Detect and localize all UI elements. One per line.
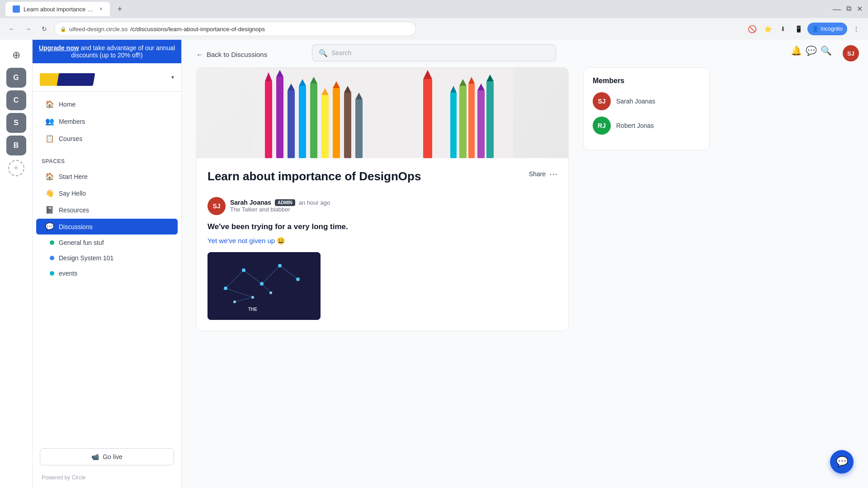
camera-off-icon[interactable]: 🚫 xyxy=(746,23,759,35)
svg-rect-28 xyxy=(477,90,485,158)
address-path: /c/discussions/learn-about-importance-of… xyxy=(130,26,265,33)
sidebar-item-discussions[interactable]: 💬 Discussions xyxy=(36,219,178,235)
window-close-button[interactable]: ✕ xyxy=(857,5,863,14)
video-icon: 📹 xyxy=(91,453,99,460)
resources-icon: 📓 xyxy=(45,206,54,214)
go-live-button[interactable]: 📹 Go live xyxy=(40,448,174,465)
members-card: Members SJ Sarah Joanas RJ Robert Jonas xyxy=(583,67,710,150)
forward-button[interactable]: → xyxy=(22,23,34,35)
discussion-header-image xyxy=(197,68,568,158)
sidebar-logo xyxy=(40,69,99,86)
incognito-button[interactable]: 👤 Incognito xyxy=(807,23,847,35)
sidebar-header: ▾ xyxy=(33,63,181,92)
window-restore-button[interactable]: ⧉ xyxy=(846,5,851,14)
sidebar-item-say-hello-label: Say Hello xyxy=(59,190,86,197)
sidebar-item-say-hello[interactable]: 👋 Say Hello xyxy=(36,185,178,201)
discussion-container: Learn about importance of DesignOps Shar… xyxy=(196,67,710,331)
pencil-svg xyxy=(197,68,568,158)
spaces-header: Spaces xyxy=(33,155,181,168)
post-title: Learn about importance of DesignOps xyxy=(208,169,421,184)
powered-by: Powered by Circle xyxy=(33,471,181,488)
search-circle-icon[interactable]: 🔍 xyxy=(821,45,832,56)
go-live-label: Go live xyxy=(103,453,123,460)
subspace-design-system-label: Design System 101 xyxy=(59,254,113,262)
chat-fab-button[interactable]: 💬 xyxy=(830,450,854,474)
svg-rect-24 xyxy=(459,86,467,158)
author-title: The Talker and blabber xyxy=(230,206,330,213)
bookmark-icon[interactable]: ⭐ xyxy=(761,23,774,35)
address-bar[interactable]: 🔒 uifeed-design.circle.so /c/discussions… xyxy=(54,22,416,36)
svg-rect-18 xyxy=(355,99,363,158)
chat-icon: 💬 xyxy=(836,456,848,468)
sidebar-item-courses[interactable]: 📋 Courses xyxy=(36,130,178,147)
tab-title: Learn about importance of Desig... xyxy=(24,6,96,13)
svg-rect-6 xyxy=(288,90,295,158)
members-sidebar: Members SJ Sarah Joanas RJ Robert Jonas xyxy=(583,67,710,331)
header-actions: 🔔 💬 🔍 xyxy=(791,45,832,56)
notification-bell-icon[interactable]: 🔔 xyxy=(791,45,802,56)
member-avatar-sj: SJ xyxy=(593,92,611,110)
share-button[interactable]: Share xyxy=(529,170,546,178)
browser-tab[interactable]: Learn about importance of Desig... × xyxy=(5,2,110,16)
svg-text:THE: THE xyxy=(248,307,257,312)
member-item-robert: RJ Robert Jonas xyxy=(593,117,700,135)
user-avatar-button[interactable]: SJ xyxy=(843,45,859,61)
chat-bubble-icon[interactable]: 💬 xyxy=(806,45,817,56)
add-workspace-button[interactable]: + xyxy=(8,160,24,176)
svg-rect-2 xyxy=(265,81,272,158)
members-icon: 👥 xyxy=(45,117,54,126)
dot-green-icon xyxy=(50,240,54,245)
search-icon: 🔍 xyxy=(319,49,328,57)
window-minimize-button[interactable]: — xyxy=(833,5,841,14)
subspace-general[interactable]: General fun stuf xyxy=(36,235,178,250)
chevron-down-icon[interactable]: ▾ xyxy=(171,74,174,80)
workspace-g[interactable]: G xyxy=(6,68,26,88)
sidebar-item-resources[interactable]: 📓 Resources xyxy=(36,202,178,218)
back-button[interactable]: ← xyxy=(5,23,18,35)
discussion-card: Learn about importance of DesignOps Shar… xyxy=(196,67,569,331)
main-content: ← Back to Discussions xyxy=(182,40,868,488)
upgrade-link[interactable]: Upgrade now xyxy=(39,44,79,52)
more-options-button[interactable]: ⋮ xyxy=(850,23,863,35)
subspace-events-label: events xyxy=(59,270,77,277)
post-body-text: We've been trying for a very long time. xyxy=(208,222,557,231)
refresh-button[interactable]: ↻ xyxy=(38,23,51,35)
courses-icon: 📋 xyxy=(45,134,54,143)
sidebar-item-resources-label: Resources xyxy=(59,206,89,214)
svg-rect-16 xyxy=(344,93,351,158)
share-row: Share ⋯ xyxy=(529,169,557,179)
icon-rail: ⊕ G C S B + xyxy=(0,40,33,488)
workspace-b[interactable]: B xyxy=(6,136,26,155)
admin-badge: ADMIN xyxy=(275,199,295,206)
search-bar[interactable]: 🔍 Search xyxy=(312,44,556,61)
subspace-design-system[interactable]: Design System 101 xyxy=(36,251,178,265)
more-options-button[interactable]: ⋯ xyxy=(549,169,557,179)
sidebar-item-start-here-label: Start Here xyxy=(59,173,88,180)
download-icon[interactable]: ⬇ xyxy=(777,23,789,35)
sidebar-item-members[interactable]: 👥 Members xyxy=(36,113,178,130)
sidebar-item-discussions-label: Discussions xyxy=(59,223,93,230)
discussion-main: Learn about importance of DesignOps Shar… xyxy=(196,67,569,331)
member-item-sarah: SJ Sarah Joanas xyxy=(593,92,700,110)
svg-rect-30 xyxy=(486,81,494,158)
post-link[interactable]: Yet we've not given up 😀 xyxy=(208,237,557,245)
home-icon: 🏠 xyxy=(45,100,54,108)
main-inner: ← Back to Discussions xyxy=(182,40,724,342)
upgrade-message: and take advantage of our annual discoun… xyxy=(71,44,175,59)
start-here-icon: 🏠 xyxy=(45,172,54,181)
sidebar-item-members-label: Members xyxy=(59,118,85,125)
workspace-s[interactable]: S xyxy=(6,113,26,133)
sidebar-item-home[interactable]: 🏠 Home xyxy=(36,96,178,113)
sidebar: Upgrade now and take advantage of our an… xyxy=(33,40,182,488)
discussions-icon: 💬 xyxy=(45,222,54,231)
subspace-events[interactable]: events xyxy=(36,266,178,281)
sidebar-item-start-here[interactable]: 🏠 Start Here xyxy=(36,169,178,184)
close-tab-button[interactable]: × xyxy=(99,6,103,12)
address-scheme: uifeed-design.circle.so xyxy=(69,26,127,33)
new-tab-button[interactable]: + xyxy=(113,3,126,15)
svg-rect-26 xyxy=(468,84,475,158)
workspace-c[interactable]: C xyxy=(6,90,26,110)
lock-icon: 🔒 xyxy=(60,26,66,32)
globe-icon[interactable]: ⊕ xyxy=(6,45,26,65)
device-icon[interactable]: 📱 xyxy=(792,23,805,35)
